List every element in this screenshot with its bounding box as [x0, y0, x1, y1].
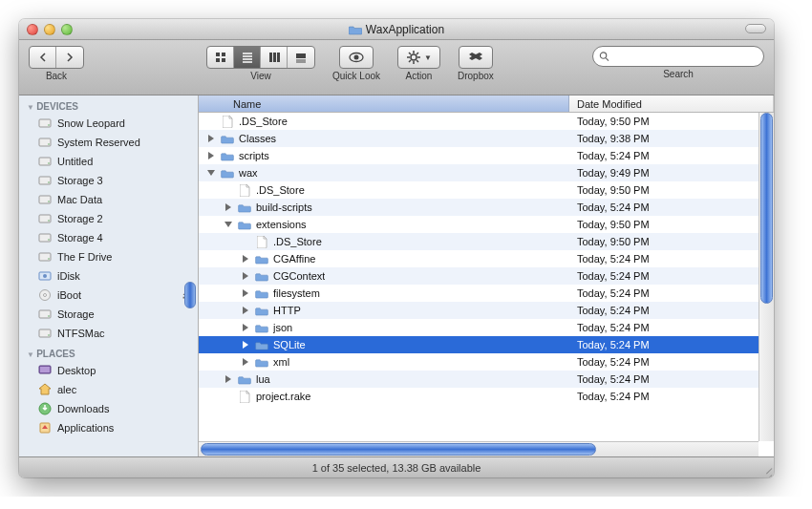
file-name: build-scripts: [256, 201, 312, 213]
toolbar-toggle-button[interactable]: [745, 24, 766, 33]
resize-handle[interactable]: [760, 464, 772, 476]
sidebar-item[interactable]: System Reserved: [19, 133, 198, 152]
view-list-button[interactable]: [234, 47, 261, 68]
sidebar-item-label: Downloads: [57, 403, 109, 414]
file-date: Today, 5:24 PM: [569, 253, 774, 265]
sidebar-scrollbar-thumb[interactable]: [184, 282, 196, 308]
file-date: Today, 9:49 PM: [569, 167, 774, 179]
sidebar-item-label: NTFSMac: [57, 328, 105, 339]
sidebar-item[interactable]: Snow Leopard: [19, 114, 198, 133]
sidebar-item[interactable]: Untitled: [19, 152, 198, 171]
quicklook-button[interactable]: [339, 46, 374, 69]
file-row[interactable]: waxToday, 9:49 PM: [199, 164, 774, 181]
sidebar-item[interactable]: The F Drive: [19, 247, 198, 266]
disclosure-triangle-icon[interactable]: [224, 222, 232, 227]
search-icon: [599, 51, 609, 62]
column-name-header[interactable]: Name: [199, 95, 569, 112]
horizontal-scrollbar[interactable]: [199, 441, 759, 456]
sidebar-item[interactable]: Storage: [19, 305, 198, 324]
horizontal-scrollbar-thumb[interactable]: [201, 443, 596, 456]
search-field[interactable]: [592, 46, 764, 67]
file-row[interactable]: CGAffineToday, 5:24 PM: [199, 250, 774, 267]
status-text: 1 of 35 selected, 13.38 GB available: [312, 462, 481, 474]
vertical-scrollbar[interactable]: [759, 113, 774, 441]
disclosure-triangle-icon[interactable]: [243, 289, 248, 297]
window-title: WaxApplication: [19, 23, 774, 36]
finder-window: WaxApplication Back View Quick Look: [19, 19, 774, 477]
back-button[interactable]: [30, 47, 56, 68]
file-row[interactable]: .DS_StoreToday, 9:50 PM: [199, 181, 774, 199]
file-name: Classes: [239, 133, 276, 144]
hdd-icon: [38, 155, 52, 168]
file-row[interactable]: ClassesToday, 9:38 PM: [199, 130, 774, 147]
disclosure-triangle-icon[interactable]: [208, 152, 214, 159]
disclosure-triangle-icon[interactable]: [243, 324, 248, 331]
disclosure-triangle-icon[interactable]: [208, 135, 214, 142]
sidebar-item[interactable]: Storage 4: [19, 228, 198, 247]
file-row[interactable]: SQLiteToday, 5:24 PM: [199, 336, 774, 353]
file-row[interactable]: CGContextToday, 5:24 PM: [199, 267, 774, 285]
sidebar-section-header[interactable]: PLACES: [19, 343, 198, 361]
file-name: scripts: [239, 150, 269, 161]
action-button[interactable]: ▼: [397, 46, 440, 69]
disclosure-triangle-icon[interactable]: [243, 358, 248, 366]
close-button[interactable]: [27, 24, 38, 35]
file-row[interactable]: luaToday, 5:24 PM: [199, 371, 774, 388]
search-input[interactable]: [613, 51, 758, 62]
file-row[interactable]: extensionsToday, 9:50 PM: [199, 216, 774, 233]
disclosure-triangle-icon[interactable]: [243, 255, 248, 263]
zoom-button[interactable]: [61, 24, 73, 35]
folder-icon: [255, 323, 268, 333]
folder-icon: [221, 168, 234, 179]
sidebar-item[interactable]: NTFSMac: [19, 324, 198, 343]
file-icon: [223, 116, 233, 128]
file-date: Today, 5:24 PM: [569, 373, 774, 385]
view-icon-button[interactable]: [207, 47, 234, 68]
forward-button[interactable]: [56, 47, 83, 68]
sidebar-item[interactable]: alec: [19, 380, 198, 399]
disclosure-triangle-icon[interactable]: [225, 203, 231, 211]
disclosure-triangle-icon[interactable]: [243, 272, 248, 280]
sidebar-item[interactable]: Mac Data: [19, 190, 198, 209]
sidebar-item[interactable]: iDisk: [19, 266, 198, 286]
file-row[interactable]: project.rakeToday, 5:24 PM: [199, 388, 774, 405]
view-coverflow-button[interactable]: [288, 47, 314, 68]
sidebar-item[interactable]: Storage 3: [19, 171, 198, 190]
eye-icon: [349, 50, 364, 65]
file-name: CGContext: [273, 270, 325, 282]
vertical-scrollbar-thumb[interactable]: [760, 113, 773, 304]
folder-icon: [255, 340, 268, 350]
disclosure-triangle-icon[interactable]: [243, 341, 248, 349]
disclosure-triangle-icon[interactable]: [207, 170, 215, 176]
sidebar-section-header[interactable]: DEVICES: [19, 95, 198, 114]
home-icon: [38, 383, 52, 396]
column-date-header[interactable]: Date Modified: [569, 95, 774, 112]
folder-icon: [255, 288, 268, 299]
sidebar-item-label: alec: [57, 384, 76, 395]
disclosure-triangle-icon[interactable]: [225, 375, 231, 383]
sidebar-item[interactable]: iBoot: [19, 286, 198, 305]
sidebar-item-label: The F Drive: [57, 251, 112, 263]
back-label: Back: [46, 71, 67, 81]
dropbox-button[interactable]: [459, 46, 493, 69]
sidebar-item[interactable]: Desktop: [19, 361, 198, 380]
file-row[interactable]: jsonToday, 5:24 PM: [199, 319, 774, 336]
file-row[interactable]: .DS_StoreToday, 9:50 PM: [199, 233, 774, 250]
folder-icon: [238, 202, 251, 213]
file-row[interactable]: scriptsToday, 5:24 PM: [199, 147, 774, 164]
file-row[interactable]: filesystemToday, 5:24 PM: [199, 285, 774, 302]
file-row[interactable]: HTTPToday, 5:24 PM: [199, 302, 774, 319]
sidebar-item[interactable]: Storage 2: [19, 209, 198, 228]
hdd-icon: [38, 250, 52, 264]
minimize-button[interactable]: [44, 24, 55, 35]
file-row[interactable]: xmlToday, 5:24 PM: [199, 353, 774, 371]
file-date: Today, 5:24 PM: [569, 305, 774, 316]
file-row[interactable]: build-scriptsToday, 5:24 PM: [199, 199, 774, 216]
file-date: Today, 9:38 PM: [569, 133, 774, 144]
file-row[interactable]: .DS_StoreToday, 9:50 PM: [199, 113, 774, 130]
sidebar-item[interactable]: Downloads: [19, 399, 198, 418]
title-bar[interactable]: WaxApplication: [19, 19, 774, 40]
disclosure-triangle-icon[interactable]: [243, 307, 248, 314]
sidebar-item[interactable]: Applications: [19, 418, 198, 437]
view-columns-button[interactable]: [261, 47, 288, 68]
